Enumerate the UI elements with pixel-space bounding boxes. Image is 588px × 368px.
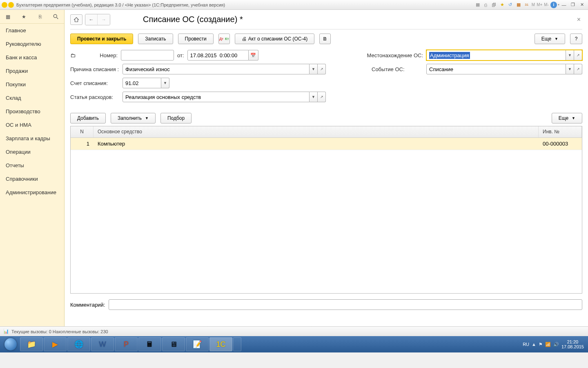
comment-input[interactable] bbox=[109, 299, 583, 310]
home-button[interactable] bbox=[70, 14, 82, 25]
help-button[interactable]: ? bbox=[570, 34, 582, 44]
print-act-button[interactable]: 🖨 Акт о списании ОС (ОС-4) bbox=[235, 34, 314, 44]
open-icon[interactable]: ↗ bbox=[574, 50, 582, 61]
open-icon[interactable]: ↗ bbox=[318, 64, 326, 74]
reason-label: Причина списания : bbox=[70, 66, 119, 72]
from-label: от: bbox=[177, 52, 184, 58]
star-icon[interactable]: ★ bbox=[20, 13, 28, 20]
sidebar-item-catalogs[interactable]: Справочники bbox=[0, 172, 64, 186]
tray-date: 17.08.2015 bbox=[561, 344, 584, 349]
cell-name: Компьютер bbox=[94, 141, 539, 147]
sidebar-item-purchases[interactable]: Покупки bbox=[0, 78, 64, 91]
info-icon[interactable]: i bbox=[550, 2, 557, 8]
sidebar-item-operations[interactable]: Операции bbox=[0, 145, 64, 159]
toolbar-icon[interactable]: ⎙ bbox=[483, 2, 489, 8]
toolbar-icon[interactable]: ▦ bbox=[474, 2, 481, 8]
taskbar-word[interactable]: W bbox=[91, 337, 114, 351]
expense-label: Статья расходов: bbox=[70, 94, 119, 100]
tray-flag-icon[interactable]: ⚑ bbox=[539, 342, 543, 347]
sidebar-item-reports[interactable]: Отчеты bbox=[0, 159, 64, 172]
app-menu-dropdown-icon[interactable] bbox=[8, 2, 14, 8]
calculator-icon[interactable]: ▦ bbox=[515, 2, 522, 8]
grid-icon[interactable]: ▦ bbox=[4, 13, 12, 20]
toolbar-icon[interactable]: 🗐 bbox=[491, 2, 497, 8]
memory-m-plus[interactable]: M+ bbox=[536, 2, 543, 7]
sidebar-item-admin[interactable]: Администрирование bbox=[0, 186, 64, 199]
calendar-icon[interactable] bbox=[523, 2, 530, 8]
table-header: N Основное средство Инв. № bbox=[71, 126, 582, 138]
status-text: Текущие вызовы: 0 Накопленные вызовы: 23… bbox=[11, 329, 108, 334]
search-icon[interactable] bbox=[52, 13, 60, 20]
forward-button[interactable]: → bbox=[98, 14, 110, 25]
sidebar-item-warehouse[interactable]: Склад bbox=[0, 91, 64, 105]
taskbar-chrome[interactable]: 🌐 bbox=[67, 337, 90, 351]
table-more-button[interactable]: Еще▼ bbox=[552, 113, 582, 123]
tray-up-icon[interactable]: ▲ bbox=[532, 342, 536, 347]
sidebar: ▦ ★ ⎘ Главное Руководителю Банк и касса … bbox=[0, 10, 65, 326]
sidebar-item-production[interactable]: Производство bbox=[0, 105, 64, 118]
dropdown-icon[interactable]: ▼ bbox=[310, 92, 318, 102]
write-button[interactable]: Записать bbox=[138, 34, 173, 44]
dropdown-icon[interactable]: ▼ bbox=[310, 64, 318, 74]
maximize-button[interactable]: ❐ bbox=[569, 2, 577, 8]
favorite-icon[interactable]: ★ bbox=[499, 2, 506, 8]
main-panel: ← → Списание ОС (создание) * × Провести … bbox=[65, 10, 588, 326]
location-combo[interactable]: Администрация ▼ ↗ bbox=[426, 50, 582, 61]
back-button[interactable]: ← bbox=[85, 14, 98, 25]
history-icon[interactable]: ↺ bbox=[507, 2, 514, 8]
event-combo[interactable]: Списание ▼ ↗ bbox=[426, 64, 582, 74]
taskbar-notes[interactable]: 📝 bbox=[186, 337, 209, 351]
account-combo[interactable]: 91.02 ▼ bbox=[122, 78, 169, 88]
taskbar-overflow[interactable] bbox=[233, 337, 241, 351]
tray-sound-icon[interactable]: 🔊 bbox=[553, 342, 559, 347]
post-button[interactable]: Провести bbox=[178, 34, 214, 44]
date-input[interactable]: 📅 bbox=[187, 50, 258, 61]
taskbar-powerpoint[interactable]: P bbox=[115, 337, 138, 351]
memory-m-minus[interactable]: M- bbox=[543, 2, 550, 7]
fill-button[interactable]: Заполнить▼ bbox=[111, 113, 156, 123]
print-act-label: Акт о списании ОС (ОС-4) bbox=[248, 36, 307, 42]
post-and-close-button[interactable]: Провести и закрыть bbox=[70, 34, 133, 44]
tray-network-icon[interactable]: 📶 bbox=[545, 342, 551, 347]
sidebar-item-manager[interactable]: Руководителю bbox=[0, 37, 64, 51]
col-n[interactable]: N bbox=[71, 126, 94, 137]
expense-combo[interactable]: Реализация основных средств ▼ ↗ bbox=[122, 92, 326, 102]
sidebar-item-sales[interactable]: Продажи bbox=[0, 64, 64, 78]
memory-m[interactable]: M bbox=[531, 2, 536, 7]
add-button[interactable]: Добавить bbox=[70, 113, 106, 123]
close-page-button[interactable]: × bbox=[575, 14, 582, 25]
number-input[interactable] bbox=[121, 50, 174, 61]
col-name[interactable]: Основное средство bbox=[94, 126, 539, 137]
close-button[interactable]: ✕ bbox=[578, 2, 586, 8]
open-icon[interactable]: ↗ bbox=[318, 92, 326, 102]
sidebar-item-main[interactable]: Главное bbox=[0, 24, 64, 37]
sidebar-item-payroll[interactable]: Зарплата и кадры bbox=[0, 132, 64, 145]
sidebar-item-bank[interactable]: Банк и касса bbox=[0, 51, 64, 64]
attach-icon[interactable]: 🗎 bbox=[319, 34, 331, 44]
more-button[interactable]: Еще▼ bbox=[535, 34, 565, 44]
table-row[interactable]: 1 Компьютер 00-000003 bbox=[71, 138, 582, 150]
reason-combo[interactable]: Физический износ ▼ ↗ bbox=[122, 64, 326, 74]
col-inv[interactable]: Инв. № bbox=[539, 126, 582, 137]
lang-indicator[interactable]: RU bbox=[523, 342, 529, 347]
minimize-button[interactable]: — bbox=[560, 2, 568, 8]
dt-kt-icon[interactable]: ДтКт bbox=[218, 34, 230, 44]
taskbar-explorer[interactable]: 📁 bbox=[20, 337, 43, 351]
flag-icon[interactable]: 🗀 bbox=[70, 52, 78, 58]
taskbar-1c[interactable]: 1С bbox=[209, 337, 232, 351]
select-button[interactable]: Подбор bbox=[160, 113, 192, 123]
system-tray: RU ▲ ⚑ 📶 🔊 21:20 17.08.2015 bbox=[523, 339, 586, 349]
open-icon[interactable]: ↗ bbox=[574, 64, 582, 74]
taskbar-app[interactable]: 🖥 bbox=[162, 337, 185, 351]
calendar-icon[interactable]: 📅 bbox=[249, 50, 258, 61]
tray-clock[interactable]: 21:20 17.08.2015 bbox=[561, 339, 584, 349]
dropdown-icon[interactable]: ▼ bbox=[161, 78, 169, 88]
clipboard-icon[interactable]: ⎘ bbox=[36, 13, 44, 20]
number-label: Номер: bbox=[81, 52, 118, 58]
dropdown-icon[interactable]: ▼ bbox=[566, 50, 574, 61]
sidebar-item-assets[interactable]: ОС и НМА bbox=[0, 118, 64, 132]
start-button[interactable] bbox=[2, 337, 20, 352]
taskbar-media[interactable]: ▶ bbox=[44, 337, 67, 351]
dropdown-icon[interactable]: ▼ bbox=[566, 64, 574, 74]
taskbar-calc[interactable]: 🖩 bbox=[138, 337, 161, 351]
